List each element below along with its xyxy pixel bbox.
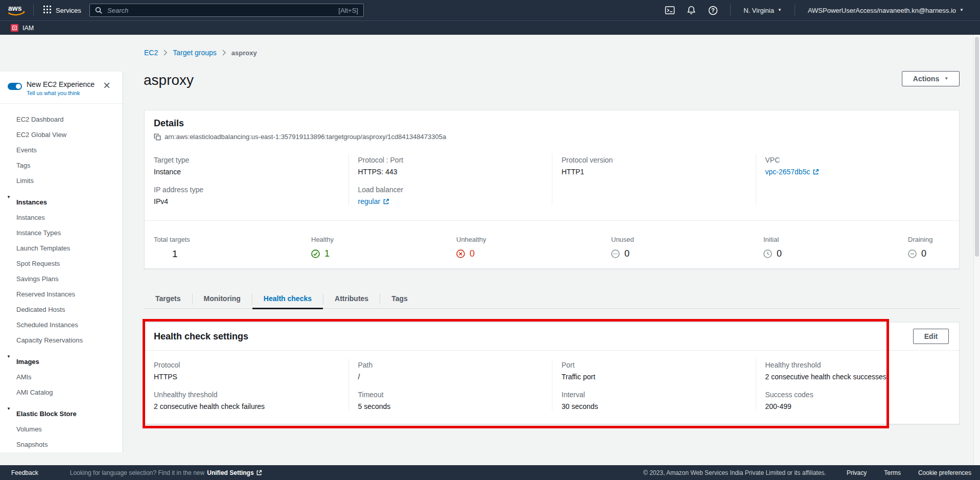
vpc-label: VPC <box>765 156 950 164</box>
sidebar-item-dedicated-hosts[interactable]: Dedicated Hosts <box>0 302 123 317</box>
account-menu[interactable]: AWSPowerUserAccess/navaneeth.kn@harness.… <box>802 7 970 14</box>
breadcrumb-ec2[interactable]: EC2 <box>144 49 158 57</box>
services-menu-button[interactable]: Services <box>40 6 84 15</box>
stat-value: 0 <box>624 248 629 259</box>
topbar-divider <box>730 5 731 16</box>
ec2-sidebar: New EC2 Experience Tell us what you thin… <box>0 72 123 452</box>
tell-us-link[interactable]: Tell us what you think <box>27 90 115 96</box>
vpc-link[interactable]: vpc-2657db5c <box>765 168 820 176</box>
sidebar-item-events[interactable]: Events <box>0 143 123 158</box>
sidebar-section-elastic-block-store[interactable]: ▼ Elastic Block Store <box>0 406 123 422</box>
stat-label: Total targets <box>154 236 190 243</box>
details-card: Details arn:aws:elasticloadbalancing:us-… <box>144 110 960 269</box>
stat-initial: Initial 0 <box>763 236 782 259</box>
hc-protocol-label: Protocol <box>154 361 339 369</box>
hc-port-label: Port <box>562 361 746 369</box>
sidebar-item-scheduled-instances[interactable]: Scheduled Instances <box>0 317 123 333</box>
new-experience-toggle[interactable] <box>8 83 22 90</box>
sidebar-item-instances[interactable]: Instances <box>0 210 123 225</box>
console-footer: Feedback Looking for language selection?… <box>0 465 980 480</box>
target-type-label: Target type <box>154 156 339 164</box>
section-label: Elastic Block Store <box>16 410 77 418</box>
stat-value: 0 <box>777 248 782 259</box>
unified-settings-link[interactable]: Unified Settings <box>207 469 262 476</box>
notifications-bell-icon[interactable] <box>681 0 702 20</box>
copyright-text: © 2023, Amazon Web Services India Privat… <box>643 469 826 476</box>
tab-targets[interactable]: Targets <box>144 289 192 309</box>
sidebar-item-ec2-dashboard[interactable]: EC2 Dashboard <box>0 112 123 127</box>
stat-total-targets: Total targets 1 <box>154 236 190 260</box>
unused-dots-icon <box>611 249 620 258</box>
hc-timeout-value: 5 seconds <box>358 402 543 410</box>
stat-label: Healthy <box>311 236 334 243</box>
section-collapse-icon: ▼ <box>7 355 11 359</box>
sidebar-item-tags[interactable]: Tags <box>0 158 123 173</box>
feedback-link[interactable]: Feedback <box>11 469 38 476</box>
hc-healthy-threshold-value: 2 consecutive health check successes <box>765 373 950 381</box>
terms-link[interactable]: Terms <box>884 469 901 476</box>
sidebar-item-instance-types[interactable]: Instance Types <box>0 225 123 241</box>
copy-arn-icon[interactable] <box>154 133 161 141</box>
region-selector[interactable]: N. Virginia ▼ <box>737 7 788 14</box>
healthy-check-icon <box>311 249 320 258</box>
cookie-preferences-link[interactable]: Cookie preferences <box>918 469 971 476</box>
actions-button[interactable]: Actions ▼ <box>902 71 960 86</box>
hc-interval-label: Interval <box>562 391 746 399</box>
sidebar-item-amis[interactable]: AMIs <box>0 370 123 385</box>
topbar-right-controls: ? N. Virginia ▼ AWSPowerUserAccess/navan… <box>659 0 970 20</box>
tab-attributes[interactable]: Attributes <box>323 289 380 309</box>
load-balancer-label: Load balancer <box>358 186 543 194</box>
chevron-right-icon <box>164 50 167 56</box>
tab-tags[interactable]: Tags <box>380 289 419 309</box>
chevron-down-icon: ▼ <box>944 77 948 81</box>
close-icon[interactable]: × <box>103 80 110 91</box>
sidebar-item-ec2-global-view[interactable]: EC2 Global View <box>0 127 123 143</box>
stat-healthy: Healthy 1 <box>311 236 334 259</box>
target-group-tabs: Targets Monitoring Health checks Attribu… <box>144 289 960 309</box>
aws-logo[interactable]: aws <box>7 4 27 17</box>
protocol-port-label: Protocol : Port <box>358 156 543 164</box>
favorites-item-iam[interactable]: IAM <box>22 25 34 32</box>
sidebar-item-reserved-instances[interactable]: Reserved Instances <box>0 287 123 302</box>
sidebar-item-limits[interactable]: Limits <box>0 173 123 189</box>
hc-path-value: / <box>358 373 543 381</box>
load-balancer-link[interactable]: regular <box>358 197 390 205</box>
hc-unhealthy-threshold-value: 2 consecutive health check failures <box>154 402 339 410</box>
hc-path-label: Path <box>358 361 543 369</box>
page-scrollbar <box>973 35 980 465</box>
sidebar-section-instances[interactable]: ▼ Instances <box>0 195 123 210</box>
target-type-value: Instance <box>154 168 339 176</box>
scrollbar-thumb[interactable] <box>975 37 979 257</box>
stat-draining: Draining 0 <box>908 236 932 259</box>
stat-value: 1 <box>172 248 178 260</box>
sidebar-item-savings-plans[interactable]: Savings Plans <box>0 271 123 287</box>
section-collapse-icon: ▼ <box>7 195 11 199</box>
stat-label: Initial <box>763 236 782 243</box>
edit-health-check-button[interactable]: Edit <box>913 329 949 344</box>
language-note-text: Looking for language selection? Find it … <box>70 469 205 476</box>
privacy-link[interactable]: Privacy <box>847 469 867 476</box>
search-input[interactable] <box>106 6 334 15</box>
sidebar-item-ami-catalog[interactable]: AMI Catalog <box>0 385 123 400</box>
external-link-icon <box>256 470 262 476</box>
sidebar-item-volumes[interactable]: Volumes <box>0 422 123 437</box>
help-icon[interactable]: ? <box>702 0 724 20</box>
tab-monitoring[interactable]: Monitoring <box>193 289 252 309</box>
draining-minus-icon <box>908 249 917 258</box>
sidebar-item-spot-requests[interactable]: Spot Requests <box>0 256 123 271</box>
stat-value: 0 <box>921 248 926 259</box>
sidebar-item-snapshots[interactable]: Snapshots <box>0 437 123 452</box>
sidebar-section-images[interactable]: ▼ Images <box>0 354 123 370</box>
cloudshell-icon[interactable] <box>659 0 681 20</box>
global-search[interactable]: [Alt+S] <box>89 4 364 17</box>
favorites-bar: IAM <box>0 20 980 35</box>
search-shortcut-hint: [Alt+S] <box>338 7 358 14</box>
tab-health-checks[interactable]: Health checks <box>252 289 323 309</box>
breadcrumb-target-groups[interactable]: Target groups <box>173 49 217 57</box>
hc-timeout-label: Timeout <box>358 391 543 399</box>
health-check-grid: Protocol HTTPS Unhealthy threshold 2 con… <box>145 351 959 410</box>
section-label: Instances <box>16 198 47 206</box>
unified-settings-label: Unified Settings <box>207 469 253 476</box>
sidebar-item-launch-templates[interactable]: Launch Templates <box>0 241 123 256</box>
sidebar-item-capacity-reservations[interactable]: Capacity Reservations <box>0 333 123 348</box>
